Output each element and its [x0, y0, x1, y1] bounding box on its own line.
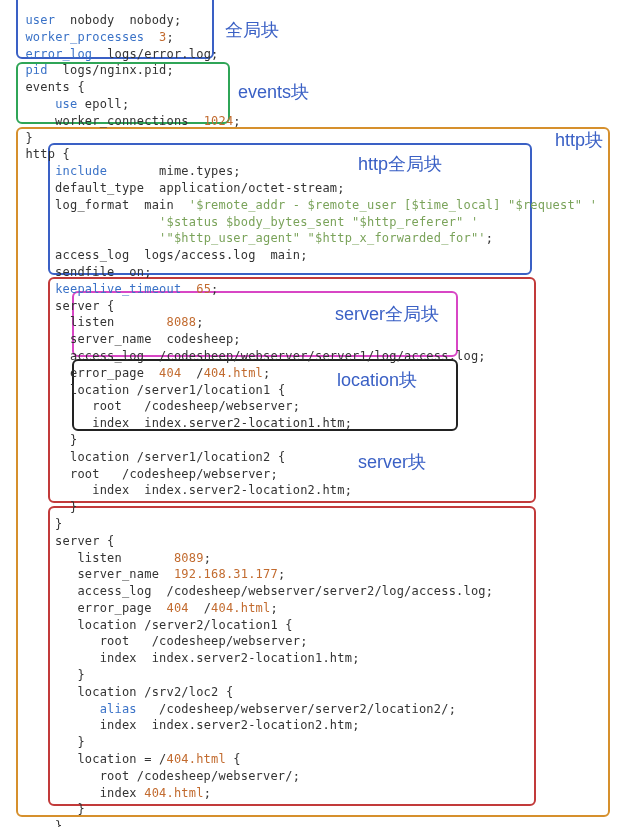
nginx-config-code: user nobody nobody; worker_processes 3; …	[18, 12, 597, 827]
